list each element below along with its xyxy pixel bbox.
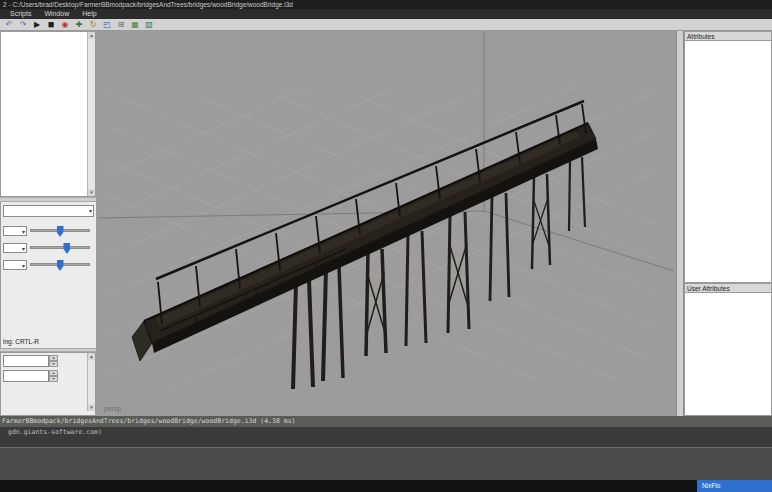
scale-icon[interactable]: ◰ xyxy=(102,20,112,30)
brush-slider-row: ▾ xyxy=(3,256,94,273)
brush-option-select[interactable]: ▾ xyxy=(3,226,27,236)
scenegraph-scrollbar[interactable]: ▲ ▼ xyxy=(87,32,95,196)
tool-mode-select[interactable]: ▾ xyxy=(3,205,94,217)
value-spinner: ▲ ▼ xyxy=(3,355,93,367)
scroll-up-icon[interactable]: ▲ xyxy=(88,353,95,360)
grid-icon[interactable]: ⊞ xyxy=(116,20,126,30)
status-area xyxy=(0,447,772,480)
spin-down-icon[interactable]: ▼ xyxy=(49,376,58,382)
camera-label: persp xyxy=(104,405,122,412)
menu-item-scripts[interactable]: Scripts xyxy=(10,9,31,19)
brush-option-select[interactable]: ▾ xyxy=(3,260,27,270)
viewport-right-splitter[interactable] xyxy=(676,31,684,416)
redo-icon[interactable]: ↷ xyxy=(18,20,28,30)
right-panel-column: Attributes User Attributes xyxy=(684,31,772,416)
chevron-down-icon: ▾ xyxy=(22,228,25,237)
value-panel-scrollbar[interactable]: ▲ ▼ xyxy=(87,353,95,411)
value-input[interactable] xyxy=(3,370,49,382)
play-icon[interactable]: ▶ xyxy=(32,20,42,30)
brush-strength-slider[interactable] xyxy=(30,246,90,249)
slider-handle[interactable] xyxy=(57,260,64,271)
undo-icon[interactable]: ↶ xyxy=(4,20,14,30)
chevron-down-icon: ▾ xyxy=(22,262,25,271)
menu-item-help[interactable]: Help xyxy=(82,9,96,19)
value-panel: ▲ ▼ ▲ ▼ ▲ ▼ xyxy=(0,352,96,416)
user-attributes-panel[interactable] xyxy=(684,293,772,416)
brush-hardness-slider[interactable] xyxy=(30,263,90,266)
scroll-down-icon[interactable]: ▼ xyxy=(88,189,95,196)
console-line[interactable]: gdn.giants-software.com) xyxy=(0,427,772,438)
scroll-down-icon[interactable]: ▼ xyxy=(88,404,95,411)
chevron-down-icon: ▾ xyxy=(22,245,25,254)
value-spinner: ▲ ▼ xyxy=(3,370,93,382)
brush-slider-row: ▾ xyxy=(3,222,94,239)
spin-down-icon[interactable]: ▼ xyxy=(49,361,58,367)
brush-slider-row: ▾ xyxy=(3,239,94,256)
window-title: 2 - C:/Users/brad/Desktop/FarmerBBmodpac… xyxy=(0,0,772,9)
attributes-header: Attributes xyxy=(684,31,772,41)
slider-handle[interactable] xyxy=(63,243,70,254)
stop-icon[interactable]: ◼ xyxy=(46,20,56,30)
scenegraph-panel[interactable]: ▲ ▼ xyxy=(0,31,96,197)
shortcut-hint: ing: CRTL-R xyxy=(3,338,39,345)
console-log[interactable]: FarmerBBmodpack/bridgesAndTrees/bridges/… xyxy=(0,416,772,447)
scroll-up-icon[interactable]: ▲ xyxy=(88,32,95,39)
translate-icon[interactable]: ✚ xyxy=(74,20,84,30)
user-attributes-header: User Attributes xyxy=(684,283,772,293)
viewport-3d[interactable]: persp xyxy=(96,31,676,416)
foliage-icon[interactable]: ▧ xyxy=(144,20,154,30)
terrain-icon[interactable]: ▦ xyxy=(130,20,140,30)
tool-options-panel: ▾ ▾ ▾ ▾ ing: CRTL-R xyxy=(0,202,96,348)
bridge-model-render xyxy=(96,31,676,416)
rotate-icon[interactable]: ↻ xyxy=(88,20,98,30)
toolbar: ↶ ↷ ▶ ◼ ◉ ✚ ↻ ◰ ⊞ ▦ ▧ xyxy=(0,19,772,31)
menu-item-window[interactable]: Window xyxy=(44,9,69,19)
chevron-down-icon: ▾ xyxy=(89,207,92,216)
attributes-panel[interactable] xyxy=(684,41,772,283)
os-taskbar: NixFlo xyxy=(0,480,772,492)
slider-handle[interactable] xyxy=(57,226,64,237)
taskbar-app-button[interactable]: NixFlo xyxy=(697,480,772,492)
brush-option-select[interactable]: ▾ xyxy=(3,243,27,253)
value-input[interactable] xyxy=(3,355,49,367)
menu-bar: Scripts Window Help xyxy=(0,9,772,19)
brush-size-slider[interactable] xyxy=(30,229,90,232)
snap-icon[interactable]: ◉ xyxy=(60,20,70,30)
console-line-selected[interactable]: FarmerBBmodpack/bridgesAndTrees/bridges/… xyxy=(0,416,772,427)
editor-window: 2 - C:/Users/brad/Desktop/FarmerBBmodpac… xyxy=(0,0,772,492)
